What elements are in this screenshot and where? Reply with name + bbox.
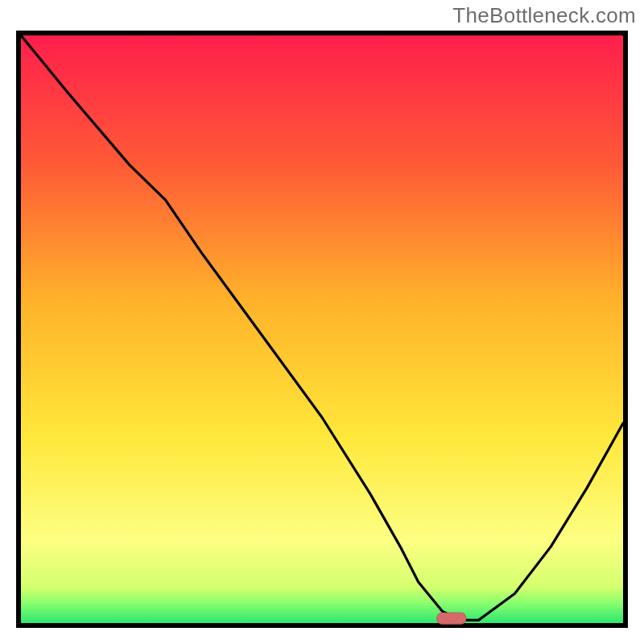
watermark-text: TheBottleneck.com — [452, 3, 636, 28]
optimal-point-marker — [437, 613, 466, 624]
plot-frame — [16, 31, 628, 628]
chart-container: TheBottleneck.com — [0, 0, 644, 644]
plot-svg — [16, 31, 628, 628]
gradient-background — [21, 35, 623, 623]
